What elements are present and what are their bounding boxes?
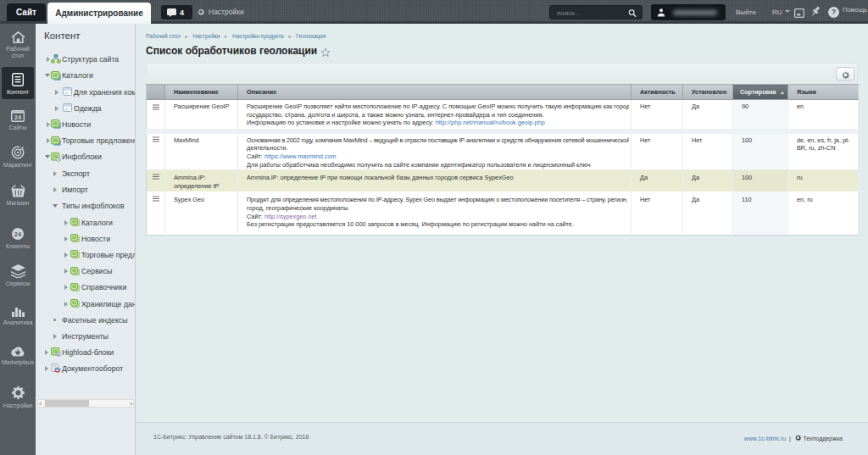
svg-text:24: 24 (14, 114, 22, 121)
svg-text:24: 24 (14, 230, 22, 238)
svg-text:G: G (57, 352, 60, 357)
